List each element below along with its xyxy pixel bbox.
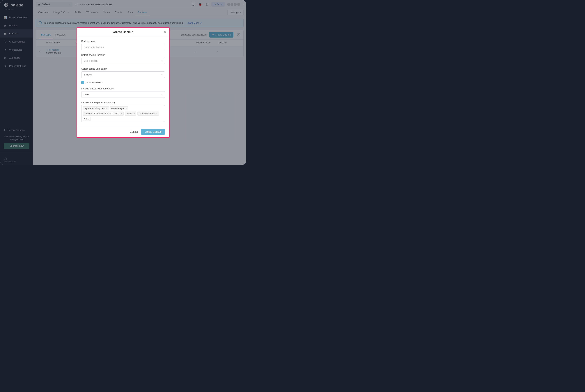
- modal-footer: Cancel Create Backup: [77, 126, 169, 137]
- namespace-tag: capi-webhook-system✕: [83, 106, 109, 110]
- cluster-wide-value: Auto: [84, 93, 89, 96]
- namespace-tag: kube-node-lease✕: [137, 112, 159, 116]
- remove-tag-icon[interactable]: ✕: [156, 112, 157, 114]
- namespace-tag: cert-manager✕: [110, 106, 128, 110]
- backup-location-select[interactable]: Select option▾: [81, 58, 165, 64]
- checkbox-icon: ✓: [81, 81, 84, 84]
- include-disks-label: Include all disks: [86, 81, 103, 84]
- cluster-wide-label: Include cluster-wide resources: [81, 87, 165, 90]
- close-icon[interactable]: ✕: [164, 30, 166, 34]
- backup-name-label: Backup name: [81, 40, 165, 42]
- backup-location-label: Select backup location: [81, 54, 165, 56]
- namespace-tag: default✕: [125, 112, 136, 116]
- select-placeholder: Select option: [84, 60, 97, 62]
- expiry-label: Select period until expiry: [81, 67, 165, 70]
- chevron-down-icon: ▾: [161, 60, 162, 62]
- chevron-down-icon: ▾: [161, 74, 162, 76]
- expiry-value: 1 month: [84, 73, 92, 76]
- modal-body: Backup name Select backup location Selec…: [77, 36, 169, 126]
- modal-overlay: Create Backup ✕ Backup name Select backu…: [0, 0, 246, 165]
- cluster-wide-select[interactable]: Auto▾: [81, 91, 165, 98]
- chevron-down-icon: ▾: [161, 94, 162, 96]
- namespace-more-tag[interactable]: + 4 ...: [83, 117, 91, 121]
- modal-title: Create Backup: [113, 30, 133, 34]
- modal-highlight-border: Create Backup ✕ Backup name Select backu…: [76, 28, 170, 138]
- namespaces-label: Include Namespaces (Optional): [81, 101, 165, 104]
- expiry-select[interactable]: 1 month▾: [81, 72, 165, 78]
- remove-tag-icon[interactable]: ✕: [125, 107, 127, 109]
- cancel-button[interactable]: Cancel: [129, 129, 139, 135]
- remove-tag-icon[interactable]: ✕: [121, 112, 122, 114]
- create-backup-submit-button[interactable]: Create Backup: [141, 129, 165, 135]
- create-backup-modal: Create Backup ✕ Backup name Select backu…: [77, 28, 169, 137]
- modal-header: Create Backup ✕: [77, 28, 169, 36]
- namespace-tag: cluster-6750298e1483b3a200142f7c✕: [83, 112, 124, 116]
- remove-tag-icon[interactable]: ✕: [106, 107, 108, 109]
- include-disks-checkbox[interactable]: ✓ Include all disks: [81, 81, 165, 84]
- remove-tag-icon[interactable]: ✕: [133, 112, 135, 114]
- backup-name-input[interactable]: [81, 44, 165, 50]
- namespaces-input[interactable]: capi-webhook-system✕ cert-manager✕ clust…: [81, 105, 165, 122]
